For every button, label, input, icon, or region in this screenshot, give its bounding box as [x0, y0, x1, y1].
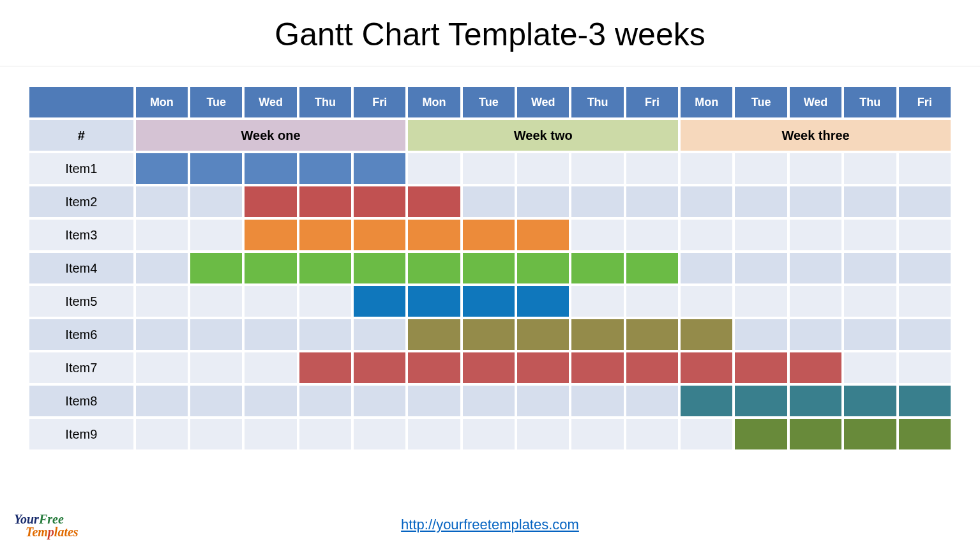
gantt-table: MonTueWedThuFriMonTueWedThuFriMonTueWedT… [27, 84, 953, 452]
gantt-empty-cell [408, 386, 460, 416]
gantt-empty-cell [844, 186, 896, 217]
gantt-bar-segment [463, 286, 515, 317]
gantt-bar-segment [517, 286, 569, 317]
gantt-empty-cell [245, 386, 296, 416]
gantt-empty-cell [735, 286, 787, 317]
gantt-bar-segment [408, 319, 460, 350]
gantt-bar-segment [517, 220, 569, 250]
gantt-bar-segment [735, 386, 787, 416]
gantt-empty-cell [844, 319, 896, 350]
gantt-bar-segment [245, 153, 296, 184]
gantt-empty-cell [626, 220, 678, 250]
gantt-bar-segment [408, 286, 460, 317]
gantt-bar-segment [299, 153, 351, 184]
hash-header: # [29, 120, 133, 151]
gantt-empty-cell [844, 286, 896, 317]
gantt-empty-cell [681, 153, 732, 184]
gantt-empty-cell [517, 419, 569, 449]
header-day: Mon [408, 87, 460, 117]
gantt-empty-cell [245, 419, 296, 449]
gantt-empty-cell [681, 419, 732, 449]
gantt-bar-segment [408, 186, 460, 217]
gantt-empty-cell [408, 419, 460, 449]
gantt-empty-cell [844, 352, 896, 383]
header-day: Thu [299, 87, 351, 117]
gantt-bar-segment [626, 319, 678, 350]
header-day: Wed [517, 87, 569, 117]
gantt-bar-segment [681, 319, 732, 350]
header-day: Mon [136, 87, 188, 117]
gantt-empty-cell [735, 253, 787, 283]
gantt-empty-cell [408, 153, 460, 184]
gantt-empty-cell [844, 153, 896, 184]
gantt-empty-cell [354, 419, 405, 449]
gantt-empty-cell [517, 186, 569, 217]
logo-text-free: Free [39, 512, 64, 526]
gantt-bar-segment [626, 253, 678, 283]
gantt-bar-segment [463, 319, 515, 350]
gantt-bar-segment [899, 386, 951, 416]
header-day: Mon [681, 87, 732, 117]
gantt-bar-segment [354, 253, 405, 283]
header-day: Tue [463, 87, 515, 117]
gantt-empty-cell [790, 319, 841, 350]
gantt-bar-segment [626, 352, 678, 383]
header-day: Fri [354, 87, 405, 117]
header-day: Tue [735, 87, 787, 117]
gantt-empty-cell [136, 419, 188, 449]
gantt-empty-cell [463, 419, 515, 449]
item-label: Item1 [29, 153, 133, 184]
gantt-empty-cell [790, 286, 841, 317]
gantt-empty-cell [463, 186, 515, 217]
gantt-bar-segment [571, 352, 623, 383]
source-link[interactable]: http://yourfreetemplates.com [401, 517, 579, 532]
gantt-empty-cell [626, 419, 678, 449]
gantt-empty-cell [735, 186, 787, 217]
gantt-empty-cell [626, 186, 678, 217]
gantt-empty-cell [626, 153, 678, 184]
gantt-empty-cell [681, 220, 732, 250]
gantt-empty-cell [463, 386, 515, 416]
gantt-bar-segment [245, 253, 296, 283]
gantt-empty-cell [517, 386, 569, 416]
gantt-bar-segment [463, 220, 515, 250]
gantt-empty-cell [571, 186, 623, 217]
gantt-chart: MonTueWedThuFriMonTueWedThuFriMonTueWedT… [27, 84, 953, 452]
gantt-bar-segment [844, 386, 896, 416]
gantt-empty-cell [190, 352, 242, 383]
gantt-empty-cell [681, 186, 732, 217]
divider [0, 66, 980, 66]
header-day: Thu [571, 87, 623, 117]
week-header: Week two [408, 120, 678, 151]
gantt-empty-cell [735, 153, 787, 184]
header-day: Wed [245, 87, 296, 117]
gantt-empty-cell [899, 253, 951, 283]
gantt-empty-cell [136, 352, 188, 383]
gantt-bar-segment [354, 286, 405, 317]
logo-text-your: Your [14, 512, 39, 526]
gantt-bar-segment [790, 386, 841, 416]
gantt-bar-segment [354, 186, 405, 217]
gantt-empty-cell [354, 386, 405, 416]
gantt-empty-cell [899, 319, 951, 350]
gantt-bar-segment [245, 220, 296, 250]
gantt-bar-segment [190, 153, 242, 184]
gantt-empty-cell [190, 386, 242, 416]
week-header: Week one [136, 120, 406, 151]
gantt-bar-segment [899, 419, 951, 449]
gantt-empty-cell [681, 253, 732, 283]
header-day: Wed [790, 87, 841, 117]
gantt-bar-segment [681, 352, 732, 383]
header-day: Tue [190, 87, 242, 117]
gantt-bar-segment [463, 352, 515, 383]
gantt-empty-cell [190, 419, 242, 449]
gantt-empty-cell [626, 286, 678, 317]
gantt-empty-cell [190, 186, 242, 217]
item-label: Item4 [29, 253, 133, 283]
gantt-bar-segment [517, 319, 569, 350]
gantt-bar-segment [190, 253, 242, 283]
gantt-empty-cell [571, 153, 623, 184]
gantt-empty-cell [299, 286, 351, 317]
logo-text-templates: Templates [26, 525, 79, 538]
header-day: Thu [844, 87, 896, 117]
